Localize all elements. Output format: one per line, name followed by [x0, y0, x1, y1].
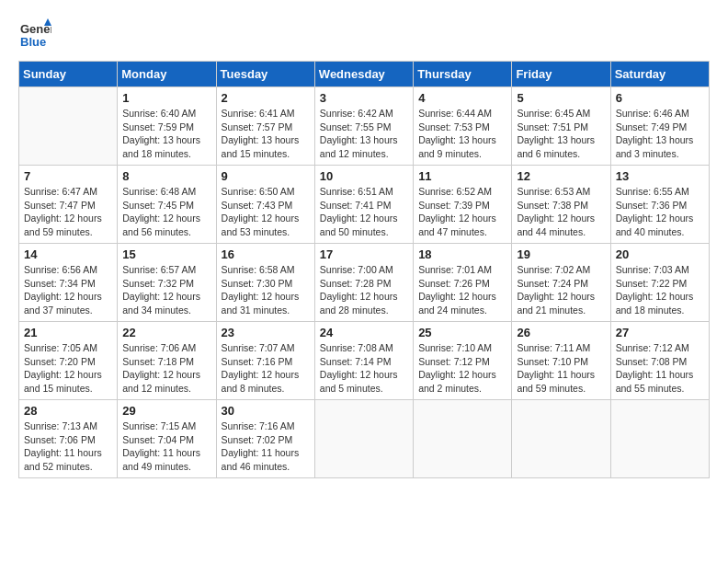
- day-info: Sunrise: 6:40 AMSunset: 7:59 PMDaylight:…: [122, 107, 210, 161]
- calendar-cell: 12Sunrise: 6:53 AMSunset: 7:38 PMDayligh…: [512, 166, 610, 244]
- day-info: Sunrise: 6:45 AMSunset: 7:51 PMDaylight:…: [517, 107, 605, 161]
- calendar-cell: 25Sunrise: 7:10 AMSunset: 7:12 PMDayligh…: [414, 322, 512, 400]
- day-info: Sunrise: 7:10 AMSunset: 7:12 PMDaylight:…: [418, 341, 506, 396]
- day-number: 23: [222, 326, 310, 339]
- calendar-cell: 5Sunrise: 6:45 AMSunset: 7:51 PMDaylight…: [512, 87, 610, 166]
- day-number: 19: [517, 247, 605, 261]
- calendar-cell: 10Sunrise: 6:51 AMSunset: 7:41 PMDayligh…: [314, 166, 413, 244]
- day-number: 27: [616, 326, 704, 339]
- calendar-cell: 4Sunrise: 6:44 AMSunset: 7:53 PMDaylight…: [414, 87, 512, 166]
- calendar-cell: 21Sunrise: 7:05 AMSunset: 7:20 PMDayligh…: [19, 322, 118, 400]
- day-info: Sunrise: 6:41 AMSunset: 7:57 PMDaylight:…: [222, 107, 310, 161]
- day-number: 6: [616, 91, 704, 105]
- calendar-cell: 20Sunrise: 7:03 AMSunset: 7:22 PMDayligh…: [610, 244, 709, 322]
- calendar-cell: 23Sunrise: 7:07 AMSunset: 7:16 PMDayligh…: [216, 322, 314, 400]
- day-number: 13: [616, 169, 704, 183]
- calendar-cell: [512, 400, 610, 478]
- calendar-cell: 29Sunrise: 7:15 AMSunset: 7:04 PMDayligh…: [118, 400, 216, 478]
- calendar-cell: 19Sunrise: 7:02 AMSunset: 7:24 PMDayligh…: [512, 244, 610, 322]
- day-number: 22: [122, 326, 210, 339]
- day-number: 12: [517, 169, 605, 183]
- day-number: 8: [122, 169, 210, 183]
- day-info: Sunrise: 6:58 AMSunset: 7:30 PMDaylight:…: [222, 263, 310, 317]
- day-info: Sunrise: 7:02 AMSunset: 7:24 PMDaylight:…: [517, 263, 605, 317]
- day-number: 18: [418, 247, 506, 261]
- calendar-cell: 2Sunrise: 6:41 AMSunset: 7:57 PMDaylight…: [216, 87, 314, 166]
- day-info: Sunrise: 6:56 AMSunset: 7:34 PMDaylight:…: [24, 263, 112, 317]
- calendar-cell: [414, 400, 512, 478]
- svg-text:Blue: Blue: [20, 35, 46, 49]
- day-number: 25: [418, 326, 506, 339]
- calendar-cell: 18Sunrise: 7:01 AMSunset: 7:26 PMDayligh…: [414, 244, 512, 322]
- day-info: Sunrise: 7:13 AMSunset: 7:06 PMDaylight:…: [24, 419, 112, 474]
- day-number: 16: [222, 247, 310, 261]
- day-number: 26: [517, 326, 605, 339]
- day-number: 28: [24, 404, 112, 418]
- logo: General Blue: [18, 18, 51, 52]
- calendar-cell: 15Sunrise: 6:57 AMSunset: 7:32 PMDayligh…: [118, 244, 216, 322]
- calendar-cell: 9Sunrise: 6:50 AMSunset: 7:43 PMDaylight…: [216, 166, 314, 244]
- page-header: General Blue: [18, 18, 710, 52]
- calendar-week-row: 14Sunrise: 6:56 AMSunset: 7:34 PMDayligh…: [19, 244, 710, 322]
- calendar-cell: [19, 87, 118, 166]
- header-friday: Friday: [512, 62, 610, 87]
- calendar-cell: [610, 400, 709, 478]
- day-info: Sunrise: 6:42 AMSunset: 7:55 PMDaylight:…: [320, 107, 408, 161]
- day-info: Sunrise: 6:50 AMSunset: 7:43 PMDaylight:…: [222, 185, 310, 239]
- header-thursday: Thursday: [414, 62, 512, 87]
- header-sunday: Sunday: [19, 62, 118, 87]
- day-number: 4: [418, 91, 506, 105]
- day-number: 24: [320, 326, 408, 339]
- day-number: 10: [320, 169, 408, 183]
- day-info: Sunrise: 6:55 AMSunset: 7:36 PMDaylight:…: [616, 185, 704, 239]
- calendar-cell: 1Sunrise: 6:40 AMSunset: 7:59 PMDaylight…: [118, 87, 216, 166]
- day-info: Sunrise: 6:52 AMSunset: 7:39 PMDaylight:…: [418, 185, 506, 239]
- day-info: Sunrise: 7:16 AMSunset: 7:02 PMDaylight:…: [222, 419, 310, 474]
- calendar-cell: 17Sunrise: 7:00 AMSunset: 7:28 PMDayligh…: [314, 244, 413, 322]
- day-number: 29: [122, 404, 210, 418]
- day-info: Sunrise: 7:12 AMSunset: 7:08 PMDaylight:…: [616, 341, 704, 396]
- day-number: 17: [320, 247, 408, 261]
- day-info: Sunrise: 6:48 AMSunset: 7:45 PMDaylight:…: [122, 185, 210, 239]
- day-info: Sunrise: 7:05 AMSunset: 7:20 PMDaylight:…: [24, 341, 112, 396]
- day-info: Sunrise: 7:11 AMSunset: 7:10 PMDaylight:…: [517, 341, 605, 396]
- calendar-cell: 16Sunrise: 6:58 AMSunset: 7:30 PMDayligh…: [216, 244, 314, 322]
- day-info: Sunrise: 7:06 AMSunset: 7:18 PMDaylight:…: [122, 341, 210, 396]
- calendar-cell: 28Sunrise: 7:13 AMSunset: 7:06 PMDayligh…: [19, 400, 118, 478]
- day-info: Sunrise: 6:44 AMSunset: 7:53 PMDaylight:…: [418, 107, 506, 161]
- calendar-week-row: 28Sunrise: 7:13 AMSunset: 7:06 PMDayligh…: [19, 400, 710, 478]
- calendar-week-row: 7Sunrise: 6:47 AMSunset: 7:47 PMDaylight…: [19, 166, 710, 244]
- calendar-cell: 22Sunrise: 7:06 AMSunset: 7:18 PMDayligh…: [118, 322, 216, 400]
- day-number: 15: [122, 247, 210, 261]
- calendar-cell: 14Sunrise: 6:56 AMSunset: 7:34 PMDayligh…: [19, 244, 118, 322]
- calendar-table: SundayMondayTuesdayWednesdayThursdayFrid…: [18, 61, 710, 478]
- day-info: Sunrise: 7:07 AMSunset: 7:16 PMDaylight:…: [222, 341, 310, 396]
- header-saturday: Saturday: [610, 62, 709, 87]
- calendar-cell: 11Sunrise: 6:52 AMSunset: 7:39 PMDayligh…: [414, 166, 512, 244]
- day-info: Sunrise: 7:03 AMSunset: 7:22 PMDaylight:…: [616, 263, 704, 317]
- day-info: Sunrise: 6:46 AMSunset: 7:49 PMDaylight:…: [616, 107, 704, 161]
- header-wednesday: Wednesday: [314, 62, 413, 87]
- day-number: 3: [320, 91, 408, 105]
- calendar-cell: [314, 400, 413, 478]
- calendar-header-row: SundayMondayTuesdayWednesdayThursdayFrid…: [19, 62, 710, 87]
- day-number: 2: [222, 91, 310, 105]
- day-number: 20: [616, 247, 704, 261]
- day-info: Sunrise: 6:57 AMSunset: 7:32 PMDaylight:…: [122, 263, 210, 317]
- day-number: 21: [24, 326, 112, 339]
- day-info: Sunrise: 7:08 AMSunset: 7:14 PMDaylight:…: [320, 341, 408, 396]
- day-number: 30: [222, 404, 310, 418]
- header-monday: Monday: [118, 62, 216, 87]
- calendar-cell: 13Sunrise: 6:55 AMSunset: 7:36 PMDayligh…: [610, 166, 709, 244]
- day-info: Sunrise: 7:00 AMSunset: 7:28 PMDaylight:…: [320, 263, 408, 317]
- day-info: Sunrise: 6:53 AMSunset: 7:38 PMDaylight:…: [517, 185, 605, 239]
- day-info: Sunrise: 6:47 AMSunset: 7:47 PMDaylight:…: [24, 185, 112, 239]
- calendar-cell: 30Sunrise: 7:16 AMSunset: 7:02 PMDayligh…: [216, 400, 314, 478]
- logo-icon: General Blue: [18, 18, 51, 52]
- header-tuesday: Tuesday: [216, 62, 314, 87]
- day-info: Sunrise: 6:51 AMSunset: 7:41 PMDaylight:…: [320, 185, 408, 239]
- calendar-week-row: 21Sunrise: 7:05 AMSunset: 7:20 PMDayligh…: [19, 322, 710, 400]
- day-number: 1: [122, 91, 210, 105]
- day-info: Sunrise: 7:15 AMSunset: 7:04 PMDaylight:…: [122, 419, 210, 474]
- calendar-cell: 6Sunrise: 6:46 AMSunset: 7:49 PMDaylight…: [610, 87, 709, 166]
